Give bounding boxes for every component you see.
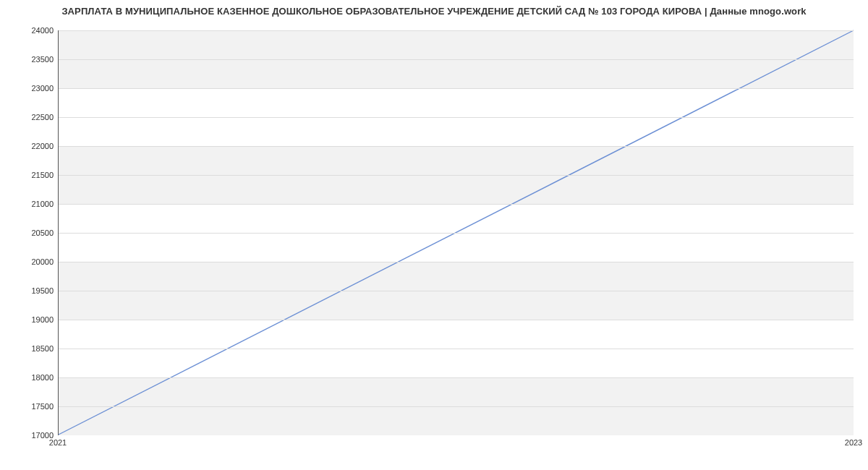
grid-line <box>59 146 854 147</box>
grid-line <box>59 262 854 262</box>
grid-line <box>59 406 854 407</box>
y-tick-label: 22500 <box>3 113 54 121</box>
grid-line <box>59 233 854 234</box>
grid-line <box>59 59 854 60</box>
y-tick-label: 20500 <box>3 228 54 237</box>
y-tick-label: 18500 <box>3 344 54 353</box>
grid-line <box>59 349 854 349</box>
plot-area <box>58 30 854 435</box>
grid-line <box>59 204 854 205</box>
y-tick-label: 17000 <box>3 431 54 440</box>
grid-line <box>59 377 854 378</box>
y-tick-label: 21500 <box>3 171 54 179</box>
x-tick-label: 2021 <box>49 438 67 447</box>
grid-line <box>59 117 854 118</box>
y-tick-label: 24000 <box>3 26 54 35</box>
y-tick-label: 19000 <box>3 315 54 324</box>
y-tick-label: 23500 <box>3 55 54 64</box>
y-tick-label: 18000 <box>3 373 54 382</box>
chart-container: ЗАРПЛАТА В МУНИЦИПАЛЬНОЕ КАЗЕННОЕ ДОШКОЛ… <box>0 0 868 470</box>
grid-line <box>59 88 854 89</box>
y-tick-label: 21000 <box>3 200 54 208</box>
y-tick-label: 23000 <box>3 84 54 93</box>
y-tick-label: 20000 <box>3 257 54 266</box>
chart-title: ЗАРПЛАТА В МУНИЦИПАЛЬНОЕ КАЗЕННОЕ ДОШКОЛ… <box>0 6 868 17</box>
grid-line <box>59 30 854 31</box>
y-tick-label: 22000 <box>3 142 54 150</box>
y-tick-label: 19500 <box>3 286 54 295</box>
grid-line <box>59 291 854 291</box>
x-tick-label: 2023 <box>845 438 862 447</box>
grid-line <box>59 175 854 176</box>
y-tick-label: 17500 <box>3 402 54 411</box>
grid-line <box>59 320 854 320</box>
